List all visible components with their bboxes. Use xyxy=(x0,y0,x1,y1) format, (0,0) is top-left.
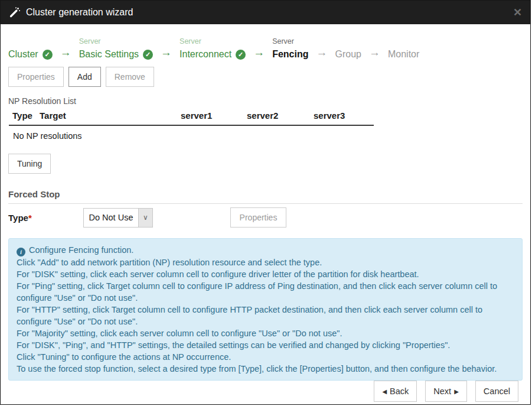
info-line: For "DISK", "Ping", and "HTTP" settings,… xyxy=(17,339,514,351)
step-group-label: Server xyxy=(179,37,246,47)
info-line: For "DISK" setting, click each server co… xyxy=(17,268,514,280)
forced-stop-properties-button[interactable]: Properties xyxy=(230,207,286,228)
np-toolbar: Properties Add Remove xyxy=(8,67,523,87)
column-header-server2: server2 xyxy=(247,111,314,121)
required-marker: * xyxy=(28,213,32,223)
forced-stop-type-row: Type* Do Not Use ∨ Properties xyxy=(8,207,523,228)
np-resolution-table: Type Target server1 server2 server3 No N… xyxy=(9,111,374,141)
dialog-title: Cluster generation wizard xyxy=(26,7,133,18)
close-icon[interactable]: ✕ xyxy=(513,7,522,18)
step-label: Cluster xyxy=(8,49,38,60)
next-triangle-icon: ▶ xyxy=(454,388,459,395)
step-label: Monitor xyxy=(388,49,419,60)
step-cluster: Cluster ✓ xyxy=(8,37,53,60)
step-label: Interconnect xyxy=(179,49,231,60)
section-divider xyxy=(8,203,523,204)
np-resolution-list-label: NP Resolution List xyxy=(8,96,523,106)
info-line: iConfigure Fencing function. xyxy=(17,244,514,256)
column-header-server3: server3 xyxy=(314,111,374,121)
arrow-right-icon: → xyxy=(161,46,172,60)
step-group-label xyxy=(388,37,419,47)
properties-button[interactable]: Properties xyxy=(8,67,64,87)
remove-button[interactable]: Remove xyxy=(106,67,154,87)
check-circle-icon: ✓ xyxy=(143,50,153,60)
cancel-button[interactable]: Cancel xyxy=(475,381,518,402)
title-bar: Cluster generation wizard ✕ xyxy=(1,1,530,24)
info-line: Click "Add" to add network partition (NP… xyxy=(17,256,514,268)
arrow-right-icon: → xyxy=(316,46,327,60)
info-line: For "Majority" setting, click each serve… xyxy=(17,327,514,339)
check-circle-icon: ✓ xyxy=(236,50,246,60)
np-table-header-row: Type Target server1 server2 server3 xyxy=(9,111,374,126)
selected-option: Do Not Use xyxy=(84,209,138,227)
arrow-right-icon: → xyxy=(253,46,265,60)
info-line: For "Ping" setting, click Target column … xyxy=(17,280,514,304)
magic-wand-icon xyxy=(9,7,21,18)
info-line: To use the forced stop function, select … xyxy=(17,363,514,375)
step-basic-settings: Server Basic Settings ✓ xyxy=(79,37,153,60)
step-label: Basic Settings xyxy=(79,49,139,60)
step-group-label: Server xyxy=(79,37,153,47)
step-group-label: Server xyxy=(272,37,308,47)
step-label: Fencing xyxy=(272,49,308,60)
back-button[interactable]: ◀Back xyxy=(374,381,417,402)
type-label: Type* xyxy=(8,213,83,223)
chevron-down-icon: ∨ xyxy=(138,209,152,227)
info-icon: i xyxy=(17,248,25,256)
info-message-box: iConfigure Fencing function. Click "Add"… xyxy=(8,238,523,381)
column-header-target: Target xyxy=(40,111,181,121)
arrow-right-icon: → xyxy=(369,46,380,60)
info-line: Click "Tuning" to configure the actions … xyxy=(17,351,514,363)
add-button[interactable]: Add xyxy=(68,67,101,87)
back-triangle-icon: ◀ xyxy=(382,388,387,395)
step-group-label xyxy=(8,37,53,47)
dialog-content: Cluster ✓ → Server Basic Settings ✓ → Se… xyxy=(1,24,530,405)
step-group-label xyxy=(335,37,361,47)
info-line: For "HTTP" setting, click Target column … xyxy=(17,304,514,327)
arrow-right-icon: → xyxy=(60,46,71,60)
forced-stop-heading: Forced Stop xyxy=(8,189,523,199)
cluster-generation-wizard-dialog: Cluster generation wizard ✕ Cluster ✓ → … xyxy=(0,0,531,405)
tuning-button[interactable]: Tuning xyxy=(8,154,51,174)
column-header-type: Type xyxy=(9,111,40,121)
step-group: Group xyxy=(335,37,361,60)
step-label: Group xyxy=(335,49,361,60)
next-button[interactable]: Next▶ xyxy=(425,381,467,402)
np-table-empty-text: No NP resolutions xyxy=(9,126,374,141)
check-circle-icon: ✓ xyxy=(43,50,53,60)
forced-stop-type-select[interactable]: Do Not Use ∨ xyxy=(83,208,153,228)
wizard-step-bar: Cluster ✓ → Server Basic Settings ✓ → Se… xyxy=(8,34,523,60)
step-fencing-current: Server Fencing xyxy=(272,37,308,60)
column-header-server1: server1 xyxy=(181,111,247,121)
step-interconnect: Server Interconnect ✓ xyxy=(179,37,246,60)
step-monitor: Monitor xyxy=(388,37,419,60)
footer-button-bar: ◀Back Next▶ Cancel xyxy=(8,381,523,402)
